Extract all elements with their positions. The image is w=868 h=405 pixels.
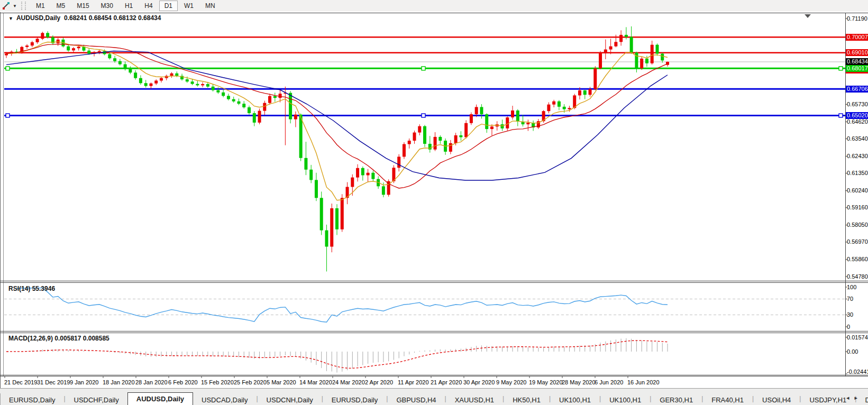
tab-scroll-arrows[interactable]: ◂▸ (846, 394, 863, 401)
hline-handle-0.68017[interactable] (422, 67, 425, 70)
tab-uk100-h1[interactable]: UK100,H1 (601, 394, 650, 405)
candle-body (196, 84, 199, 86)
price-tick-label: 0.61350 (847, 170, 868, 176)
candle-body (279, 94, 282, 98)
timeframe-button-D1[interactable]: D1 (159, 1, 178, 11)
timeframe-toolbar: ▼ M1M5M15M30H1H4D1W1MN (0, 0, 868, 12)
candle-body (175, 73, 178, 76)
candle-body (403, 144, 406, 157)
date-label: 28 May 2020 (562, 379, 596, 385)
tab-audusd-daily[interactable]: AUDUSD,Daily (127, 392, 193, 405)
candle-body (216, 90, 220, 93)
timeframe-button-H1[interactable]: H1 (120, 1, 138, 11)
tabs: EURUSD,Daily|USDCHF,DailyAUDUSD,DailyUSD… (1, 392, 868, 405)
tab-eurusd-daily[interactable]: EURUSD,Daily (1, 394, 63, 405)
candle-body (134, 72, 137, 78)
candle-body (144, 83, 148, 86)
timeframe-button-MN[interactable]: MN (200, 1, 221, 11)
date-label: 19 May 2020 (529, 379, 563, 385)
tab-xauusd-h1[interactable]: XAUUSD,H1 (446, 394, 502, 405)
hline-handle-0.68017[interactable] (839, 67, 843, 70)
candle-body (454, 135, 458, 143)
candle-body (335, 208, 339, 229)
date-label: 31 Dec 2019 (37, 379, 70, 385)
timeframe-button-M30[interactable]: M30 (96, 1, 118, 11)
candle-body (242, 104, 245, 107)
date-label: 25 Feb 2020 (234, 379, 267, 385)
candle-body (408, 141, 411, 144)
toolbar-grip[interactable] (21, 2, 26, 10)
candle-body (547, 105, 550, 111)
candle-body (206, 84, 209, 87)
tab-hk50-h1[interactable]: HK50,H1 (504, 394, 549, 405)
tab-gbpusd-h4[interactable]: GBPUSD,H4 (388, 394, 444, 405)
toolbar-dropdown-icon[interactable]: ▼ (13, 4, 17, 8)
date-label: 14 Mar 2020 (299, 379, 332, 385)
candle-body (129, 69, 132, 72)
candle-body (485, 114, 488, 129)
tab-eurusd-daily[interactable]: EURUSD,Daily (323, 394, 386, 405)
date-label: 9 May 2020 (496, 379, 526, 385)
price-tag-0.70007: 0.70007 (846, 34, 868, 41)
ohlc-values: 0.68241 0.68454 0.68132 0.68434 (64, 14, 161, 22)
price-tag-0.66706: 0.66706 (846, 86, 868, 93)
chart-canvas[interactable] (0, 12, 868, 388)
tab-usdcnh-daily[interactable]: USDCNH,Daily (258, 394, 322, 405)
candle-body (237, 102, 240, 104)
candle-body (36, 39, 39, 42)
candle-body (160, 78, 163, 81)
tab-uk100-h1[interactable]: UK100,H1 (551, 394, 599, 405)
timeframe-button-M1[interactable]: M1 (31, 1, 50, 11)
candle-body (593, 68, 597, 89)
candle-body (356, 168, 359, 178)
candle-body (423, 126, 426, 144)
candle-body (630, 37, 633, 53)
candle-body (428, 144, 432, 150)
candle-body (438, 137, 442, 141)
tab-usdcad-daily[interactable]: USDCAD,Daily (193, 394, 256, 405)
hline-handle-0.6502[interactable] (6, 114, 10, 117)
candle-body (397, 157, 400, 168)
candle-body (77, 47, 80, 48)
timeframe-button-W1[interactable]: W1 (179, 1, 199, 11)
candle-body (191, 81, 194, 84)
hline-handle-0.68017[interactable] (6, 67, 10, 70)
candle-body (568, 108, 571, 109)
candle-body (273, 96, 277, 98)
date-label: 5 Mar 2020 (267, 379, 296, 385)
candle-body (232, 99, 235, 102)
hline-handle-0.6502[interactable] (839, 114, 843, 117)
expand-arrow-icon[interactable]: ▼ (8, 16, 13, 21)
tab-scroll-right-icon: ▸ (854, 394, 863, 401)
candle-body (289, 93, 292, 119)
candle-body (470, 114, 473, 123)
candle-body (609, 47, 613, 50)
price-tag-0.68017: 0.68017 (846, 65, 868, 72)
price-tag-0.68434: 0.68434 (846, 58, 868, 65)
candle-body (108, 54, 111, 59)
tab-ger30-h1[interactable]: GER30,H1 (651, 394, 701, 405)
candle-body (124, 65, 127, 69)
candle-body (651, 45, 654, 63)
price-tick-label: 0.55860 (847, 256, 868, 262)
candle-body (552, 102, 555, 105)
line-style-icon[interactable] (1, 1, 12, 11)
candle-body (31, 42, 34, 45)
candle-body (325, 231, 328, 247)
timeframe-button-H4[interactable]: H4 (139, 1, 158, 11)
price-tag-0.65020: 0.65020 (846, 112, 868, 119)
rsi-axis-label: 70 (847, 296, 868, 302)
candle-body (351, 178, 354, 187)
candle-body (149, 84, 152, 86)
tab-usdchf-daily[interactable]: USDCHF,Daily (66, 394, 127, 405)
timeframe-button-M15[interactable]: M15 (71, 1, 94, 11)
candle-body (578, 90, 581, 96)
candle-body (464, 123, 468, 137)
hline-handle-0.6502[interactable] (422, 114, 425, 117)
timeframe-button-M5[interactable]: M5 (51, 1, 71, 11)
candle-body (589, 89, 592, 95)
tab-usoil-h4[interactable]: USOil,H4 (754, 394, 799, 405)
candle-body (640, 59, 643, 68)
date-label: 2 Apr 2020 (365, 379, 393, 385)
tab-fra40-h1[interactable]: FRA40,H1 (703, 394, 752, 405)
